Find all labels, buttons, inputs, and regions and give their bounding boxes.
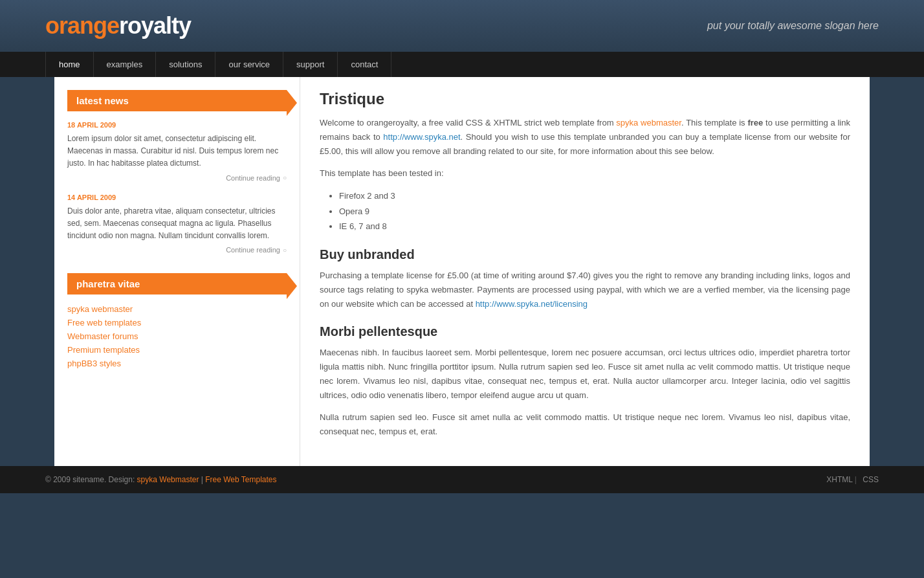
footer-right: XHTML | CSS: [822, 475, 879, 484]
list-item: Opera 9: [339, 204, 850, 219]
main-content: Tristique Welcome to orangeroyalty, a fr…: [300, 77, 870, 466]
footer-xhtml-link[interactable]: XHTML: [826, 475, 852, 484]
footer-css-link[interactable]: CSS: [863, 475, 879, 484]
nav-link-examples[interactable]: examples: [94, 52, 156, 77]
news-text-2: Duis dolor ante, pharetra vitae, aliquam…: [67, 205, 287, 243]
tested-list: Firefox 2 and 3 Opera 9 IE 6, 7 and 8: [339, 188, 850, 234]
nav-item-examples[interactable]: examples: [94, 52, 157, 77]
footer: © 2009 sitename. Design: spyka Webmaster…: [0, 466, 924, 493]
sidebar-link-2[interactable]: Free web templates: [67, 318, 141, 328]
footer-link-spyka[interactable]: spyka Webmaster: [137, 475, 199, 484]
free-bold: free: [747, 118, 763, 128]
latest-news-heading: latest news: [67, 90, 287, 111]
news-text-1: Lorem ipsum dolor sit amet, consectetur …: [67, 133, 287, 170]
logo: orangeroyalty: [45, 12, 191, 39]
slogan: put your totally awesome slogan here: [707, 20, 879, 32]
footer-left: © 2009 sitename. Design: spyka Webmaster…: [45, 475, 276, 484]
nav-item-home[interactable]: home: [45, 52, 94, 77]
nav-item-contact[interactable]: contact: [338, 52, 391, 77]
navigation: home examples solutions our service supp…: [0, 52, 924, 77]
morbi-title: Morbi pellentesque: [320, 324, 850, 339]
nav-link-solutions[interactable]: solutions: [156, 52, 215, 77]
latest-news-section: latest news 18 APRIL 2009 Lorem ipsum do…: [67, 90, 287, 254]
buy-title: Buy unbranded: [320, 247, 850, 262]
latest-news-label: latest news: [76, 95, 129, 106]
morbi-paragraph-2: Nulla rutrum sapien sed leo. Fusce sit a…: [320, 410, 850, 439]
footer-separator: |: [199, 475, 205, 484]
nav-item-ourservice[interactable]: our service: [215, 52, 283, 77]
sidebar-link-5[interactable]: phpBB3 styles: [67, 359, 121, 368]
news-item-2: 14 APRIL 2009 Duis dolor ante, pharetra …: [67, 194, 287, 254]
nav-list: home examples solutions our service supp…: [45, 52, 879, 77]
nav-link-support[interactable]: support: [283, 52, 337, 77]
tested-intro: This template has been tested in:: [320, 166, 850, 181]
list-item: Premium templates: [67, 345, 287, 355]
sidebar-link-4[interactable]: Premium templates: [67, 345, 140, 355]
list-item: Firefox 2 and 3: [339, 188, 850, 203]
continue-reading-2[interactable]: Continue reading: [67, 246, 287, 254]
news-date-1: 18 APRIL 2009: [67, 121, 287, 129]
licensing-link[interactable]: http://www.spyka.net/licensing: [476, 299, 588, 309]
intro-text-1: Welcome to orangeroyalty, a free valid C…: [320, 118, 616, 128]
list-item: Webmaster forums: [67, 331, 287, 341]
list-item: phpBB3 styles: [67, 359, 287, 368]
pharetra-heading: pharetra vitae: [67, 273, 287, 295]
pharetra-label: pharetra vitae: [76, 278, 140, 289]
logo-orange: orange: [45, 12, 119, 39]
footer-link-templates[interactable]: Free Web Templates: [205, 475, 276, 484]
spyka-link[interactable]: spyka webmaster: [616, 118, 681, 128]
news-date-2: 14 APRIL 2009: [67, 194, 287, 201]
page-title: Tristique: [320, 90, 850, 108]
copyright-text: © 2009 sitename. Design:: [45, 475, 137, 484]
nav-link-contact[interactable]: contact: [338, 52, 391, 77]
sidebar: latest news 18 APRIL 2009 Lorem ipsum do…: [54, 77, 300, 466]
sidebar-link-3[interactable]: Webmaster forums: [67, 331, 138, 341]
page-wrapper: latest news 18 APRIL 2009 Lorem ipsum do…: [54, 77, 870, 466]
buy-paragraph: Purchasing a template license for £5.00 …: [320, 269, 850, 311]
nav-link-ourservice[interactable]: our service: [215, 52, 283, 77]
news-item-1: 18 APRIL 2009 Lorem ipsum dolor sit amet…: [67, 121, 287, 182]
sidebar-link-1[interactable]: spyka webmaster: [67, 304, 133, 314]
intro-paragraph: Welcome to orangeroyalty, a free valid C…: [320, 116, 850, 159]
morbi-paragraph-1: Maecenas nibh. In faucibus laoreet sem. …: [320, 346, 850, 403]
list-item: spyka webmaster: [67, 304, 287, 314]
logo-white: royalty: [119, 12, 191, 39]
intro-text-2: . This template is: [681, 118, 747, 128]
nav-link-home[interactable]: home: [46, 52, 93, 77]
pharetra-section: pharetra vitae spyka webmaster Free web …: [67, 273, 287, 368]
header: orangeroyalty put your totally awesome s…: [0, 0, 924, 52]
list-item: IE 6, 7 and 8: [339, 219, 850, 234]
footer-right-sep: |: [853, 475, 859, 484]
continue-reading-1[interactable]: Continue reading: [67, 174, 287, 182]
sidebar-links: spyka webmaster Free web templates Webma…: [67, 304, 287, 368]
nav-item-solutions[interactable]: solutions: [156, 52, 215, 77]
nav-item-support[interactable]: support: [283, 52, 338, 77]
list-item: Free web templates: [67, 318, 287, 328]
spyka-net-link[interactable]: http://www.spyka.net: [383, 132, 460, 142]
